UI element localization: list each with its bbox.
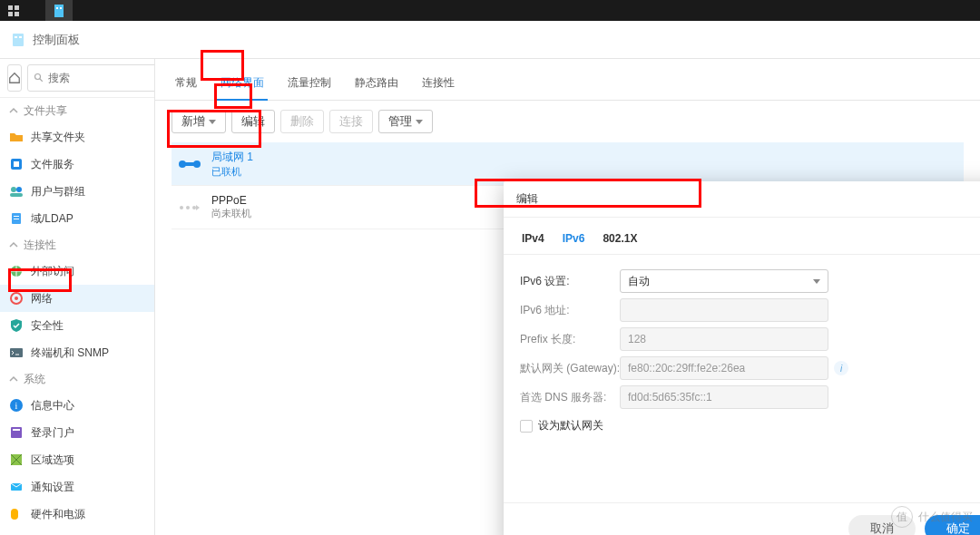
cancel-button[interactable]: 取消 xyxy=(848,515,916,536)
sidebar-item-login-portal[interactable]: 登录门户 xyxy=(0,419,154,446)
tab-connectivity[interactable]: 连接性 xyxy=(418,68,458,100)
manage-button[interactable]: 管理 xyxy=(378,110,433,133)
svg-point-36 xyxy=(180,206,183,209)
sidebar-item-security[interactable]: 安全性 xyxy=(0,312,154,339)
chevron-up-icon xyxy=(9,374,18,384)
ok-button[interactable]: 确定 xyxy=(925,515,980,536)
svg-rect-4 xyxy=(54,5,64,17)
interface-row-lan1[interactable]: 局域网 1已联机 xyxy=(172,142,964,186)
ipv6-setting-select[interactable]: 自动 xyxy=(620,269,828,293)
control-panel-icon xyxy=(11,33,25,47)
edit-button[interactable]: 编辑 xyxy=(231,110,275,133)
chevron-down-icon xyxy=(209,120,216,124)
gateway-field: fe80::20c:29ff:fe2e:26ea xyxy=(620,356,828,380)
svg-rect-2 xyxy=(8,12,13,16)
home-button[interactable] xyxy=(7,64,22,92)
prefix-length-field: 128 xyxy=(620,327,828,351)
svg-rect-13 xyxy=(14,161,19,167)
info-icon[interactable]: i xyxy=(834,361,848,375)
sidebar-group-sys[interactable]: 系统 xyxy=(0,366,154,392)
content-pane: 常规 网络界面 流量控制 静态路由 连接性 新增 编辑 删除 连接 管理 局域网… xyxy=(155,59,980,535)
sidebar-item-terminal-snmp[interactable]: 终端机和 SNMP xyxy=(0,339,154,366)
svg-point-38 xyxy=(192,206,196,209)
sidebar-item-external-access[interactable]: 外部访问 xyxy=(0,258,154,285)
svg-rect-7 xyxy=(13,34,24,46)
tab-traffic[interactable]: 流量控制 xyxy=(284,68,335,100)
interface-name: 局域网 1 xyxy=(211,150,253,165)
svg-line-11 xyxy=(40,79,43,82)
prefix-length-label: Prefix 长度: xyxy=(520,332,620,347)
tab-static-route[interactable]: 静态路由 xyxy=(351,68,402,100)
svg-point-15 xyxy=(16,187,22,192)
taskbar-app-icon[interactable] xyxy=(45,0,73,21)
tab-network-interface[interactable]: 网络界面 xyxy=(217,68,268,100)
sidebar-item-ldap[interactable]: 域/LDAP xyxy=(0,205,154,232)
search-box[interactable] xyxy=(27,64,155,92)
sidebar-group-label: 文件共享 xyxy=(24,103,67,119)
dns-label: 首选 DNS 服务器: xyxy=(520,390,620,405)
modal-tab-8021x[interactable]: 802.1X xyxy=(601,227,639,254)
chevron-up-icon xyxy=(9,106,18,115)
taskbar xyxy=(0,0,980,21)
modal-tab-ipv4[interactable]: IPv4 xyxy=(520,227,546,254)
svg-rect-3 xyxy=(15,12,19,16)
sidebar-item-file-services[interactable]: 文件服务 xyxy=(0,151,154,178)
shield-icon xyxy=(9,318,24,333)
interface-name: PPPoE xyxy=(211,194,251,207)
sidebar-item-shared-folders[interactable]: 共享文件夹 xyxy=(0,123,154,151)
sidebar-group-conn[interactable]: 连接性 xyxy=(0,232,154,258)
portal-icon xyxy=(9,425,24,440)
chevron-up-icon xyxy=(9,240,18,249)
svg-point-10 xyxy=(35,74,41,80)
svg-rect-1 xyxy=(15,5,19,10)
terminal-icon xyxy=(9,345,24,360)
svg-rect-28 xyxy=(13,429,20,431)
window-title-bar: 控制面板 xyxy=(0,21,980,59)
ipv6-address-label: IPv6 地址: xyxy=(520,303,620,318)
svg-point-14 xyxy=(11,187,16,192)
region-icon xyxy=(9,452,24,467)
app-grid-icon[interactable] xyxy=(0,0,27,21)
sidebar-item-info-center[interactable]: i信息中心 xyxy=(0,392,154,419)
dns-field: fd0d:5d65:35fc::1 xyxy=(620,385,828,409)
globe-icon xyxy=(9,264,24,278)
toolbar: 新增 编辑 删除 连接 管理 xyxy=(155,101,980,142)
chevron-down-icon xyxy=(813,279,820,284)
sidebar-item-notification[interactable]: 通知设置 xyxy=(0,473,154,501)
sidebar-item-hardware[interactable]: 硬件和电源 xyxy=(0,501,154,528)
sidebar-item-users-groups[interactable]: 用户与群组 xyxy=(0,178,154,205)
fileservice-icon xyxy=(9,157,24,171)
modal-tabs: IPv4 IPv6 802.1X xyxy=(504,218,980,255)
svg-point-22 xyxy=(15,297,18,300)
ipv6-setting-label: IPv6 设置: xyxy=(520,274,620,289)
delete-button: 删除 xyxy=(280,110,324,133)
svg-rect-16 xyxy=(10,193,23,197)
svg-rect-5 xyxy=(56,7,58,9)
search-icon xyxy=(34,73,44,83)
chevron-down-icon xyxy=(416,120,423,124)
ldap-icon xyxy=(9,211,24,226)
connect-button: 连接 xyxy=(329,110,373,133)
edit-modal: 编辑 ✕ IPv4 IPv6 802.1X IPv6 设置: 自动 xyxy=(504,181,980,535)
sidebar-group-label: 系统 xyxy=(24,372,45,387)
folder-icon xyxy=(9,130,24,144)
sidebar-item-region[interactable]: 区域选项 xyxy=(0,446,154,473)
default-gateway-checkbox[interactable] xyxy=(520,420,533,433)
add-button[interactable]: 新增 xyxy=(172,110,226,133)
svg-rect-9 xyxy=(19,36,22,38)
sidebar-item-network[interactable]: 网络 xyxy=(0,285,154,312)
users-icon xyxy=(9,184,24,199)
sidebar-item-external-devices[interactable]: 外接设备 xyxy=(0,528,154,535)
pppoe-icon xyxy=(179,202,201,213)
notify-icon xyxy=(9,480,24,494)
network-icon xyxy=(9,291,24,306)
svg-point-37 xyxy=(186,206,190,209)
ipv6-address-field xyxy=(620,298,828,322)
sidebar-group-share[interactable]: 文件共享 xyxy=(0,98,154,123)
select-value: 自动 xyxy=(628,274,650,289)
modal-tab-ipv6[interactable]: IPv6 xyxy=(561,227,587,254)
search-input[interactable] xyxy=(48,72,155,84)
tab-general[interactable]: 常规 xyxy=(172,68,201,100)
hardware-icon xyxy=(9,507,24,521)
svg-text:i: i xyxy=(15,401,18,411)
